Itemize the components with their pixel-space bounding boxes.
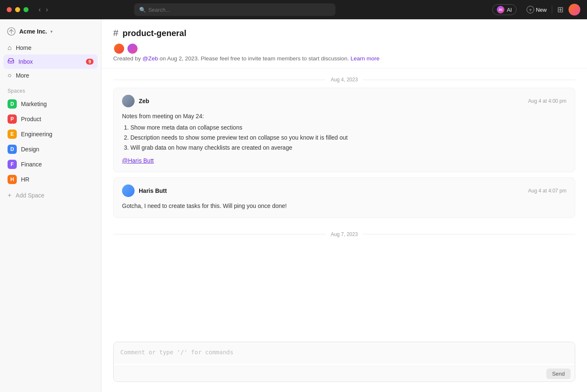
msg-mention-1[interactable]: @Haris Butt bbox=[122, 157, 154, 164]
hr-dot: H bbox=[8, 175, 17, 184]
date-divider-aug4: Aug 4, 2023 bbox=[113, 68, 575, 88]
date-divider-aug7: Aug 7, 2023 bbox=[113, 223, 575, 242]
channel-description: Created by @Zeb on Aug 2, 2023. Please f… bbox=[113, 55, 575, 63]
finance-label: Finance bbox=[21, 161, 42, 168]
msg-simple-2: Gotcha, I need to create tasks for this.… bbox=[122, 202, 287, 209]
topbar-right: + New ⊞ bbox=[527, 4, 580, 16]
msg-name-2: Haris Butt bbox=[139, 187, 167, 194]
product-dot: P bbox=[8, 114, 17, 124]
grid-icon[interactable]: ⊞ bbox=[557, 5, 564, 14]
forward-button[interactable]: › bbox=[44, 5, 49, 14]
inbox-badge: 9 bbox=[86, 59, 94, 65]
main-layout: Acme Inc. ▾ ⌂ Home Inbox 9 ○ More bbox=[0, 19, 587, 392]
date-label-aug7: Aug 7, 2023 bbox=[331, 231, 358, 237]
workspace-name: Acme Inc. bbox=[19, 28, 47, 35]
comment-actions: Send bbox=[114, 366, 575, 382]
content-area: # product-general Created by @Zeb on Aug… bbox=[101, 19, 587, 392]
msg-avatar-haris bbox=[122, 184, 135, 197]
hash-icon: # bbox=[113, 28, 118, 39]
topbar-divider bbox=[552, 5, 552, 14]
sidebar-item-engineering[interactable]: E Engineering bbox=[3, 127, 98, 142]
product-label: Product bbox=[21, 116, 41, 122]
add-space-label: Add Space bbox=[16, 192, 44, 199]
msg-intro-1: Notes from meeting on May 24: bbox=[122, 113, 204, 119]
search-icon: 🔍 bbox=[139, 7, 146, 13]
learn-more-link[interactable]: Learn more bbox=[351, 55, 379, 62]
sidebar-nav: ⌂ Home Inbox 9 ○ More bbox=[0, 41, 101, 82]
channel-header: # product-general Created by @Zeb on Aug… bbox=[101, 19, 587, 68]
sidebar-item-home-label: Home bbox=[16, 44, 31, 51]
finance-dot: F bbox=[8, 160, 17, 169]
message-header-2: Haris Butt Aug 4 at 4:07 pm bbox=[122, 184, 566, 197]
sidebar-item-finance[interactable]: F Finance bbox=[3, 157, 98, 172]
back-button[interactable]: ‹ bbox=[37, 5, 42, 14]
list-item: Will grab data on how many checklists ar… bbox=[130, 143, 566, 152]
msg-author-1: Zeb bbox=[122, 95, 149, 107]
marketing-label: Marketing bbox=[21, 101, 47, 107]
workspace-logo-icon bbox=[7, 27, 16, 36]
more-icon: ○ bbox=[8, 72, 12, 79]
msg-name-1: Zeb bbox=[139, 98, 149, 104]
nav-arrows: ‹ › bbox=[37, 5, 50, 14]
engineering-dot: E bbox=[8, 130, 17, 139]
sidebar-item-marketing[interactable]: D Marketing bbox=[3, 96, 98, 112]
hr-label: HR bbox=[21, 176, 29, 183]
spaces-header: Spaces bbox=[0, 82, 101, 96]
topbar: ‹ › 🔍 AI AI + New ⊞ bbox=[0, 0, 587, 19]
member-avatars bbox=[113, 43, 575, 55]
window-controls bbox=[7, 7, 29, 12]
home-icon: ⌂ bbox=[8, 44, 12, 52]
msg-body-1: Notes from meeting on May 24: Show more … bbox=[122, 112, 566, 165]
workspace-selector[interactable]: Acme Inc. ▾ bbox=[0, 24, 101, 41]
close-window-btn[interactable] bbox=[7, 7, 12, 12]
ai-label: AI bbox=[507, 7, 512, 13]
msg-author-2: Haris Butt bbox=[122, 184, 167, 197]
messages-area: Aug 4, 2023 Zeb Aug 4 at 4:00 pm Notes f… bbox=[101, 68, 587, 335]
design-dot: D bbox=[8, 145, 17, 154]
msg-time-2: Aug 4 at 4:07 pm bbox=[528, 188, 566, 194]
date-line-right-2 bbox=[363, 234, 575, 234]
sidebar-item-more-label: More bbox=[16, 72, 29, 79]
list-item: Show more meta data on collapse sections bbox=[130, 123, 566, 132]
date-line-left bbox=[113, 80, 326, 80]
new-button[interactable]: + New bbox=[527, 6, 547, 13]
new-plus-icon: + bbox=[527, 6, 534, 13]
comment-box: Send bbox=[113, 342, 575, 382]
channel-name: product-general bbox=[122, 29, 186, 38]
inbox-icon bbox=[8, 57, 14, 66]
new-label: New bbox=[536, 7, 547, 13]
msg-avatar-zeb bbox=[122, 95, 135, 107]
sidebar: Acme Inc. ▾ ⌂ Home Inbox 9 ○ More bbox=[0, 19, 101, 392]
message-card-2: Haris Butt Aug 4 at 4:07 pm Gotcha, I ne… bbox=[113, 177, 575, 218]
marketing-dot: D bbox=[8, 99, 17, 109]
search-bar[interactable]: 🔍 bbox=[134, 3, 335, 16]
user-avatar[interactable] bbox=[569, 4, 580, 16]
sidebar-item-home[interactable]: ⌂ Home bbox=[3, 41, 98, 55]
add-space-button[interactable]: + Add Space bbox=[0, 189, 101, 202]
sidebar-item-inbox-label: Inbox bbox=[18, 58, 33, 65]
maximize-window-btn[interactable] bbox=[23, 7, 29, 12]
channel-title-row: # product-general bbox=[113, 28, 575, 39]
ai-button[interactable]: AI AI bbox=[492, 4, 517, 15]
ai-icon: AI bbox=[497, 6, 504, 13]
channel-creator-mention[interactable]: @Zeb bbox=[143, 55, 158, 62]
minimize-window-btn[interactable] bbox=[15, 7, 20, 12]
send-button[interactable]: Send bbox=[546, 369, 571, 379]
sidebar-item-inbox[interactable]: Inbox 9 bbox=[3, 55, 98, 69]
sidebar-item-design[interactable]: D Design bbox=[3, 142, 98, 157]
workspace-chevron-icon: ▾ bbox=[50, 29, 53, 34]
msg-body-2: Gotcha, I need to create tasks for this.… bbox=[122, 201, 566, 210]
member-avatar-2 bbox=[127, 43, 138, 55]
sidebar-item-product[interactable]: P Product bbox=[3, 112, 98, 127]
date-line-left-2 bbox=[113, 234, 326, 234]
design-label: Design bbox=[21, 146, 39, 153]
add-space-plus-icon: + bbox=[8, 192, 11, 199]
message-header-1: Zeb Aug 4 at 4:00 pm bbox=[122, 95, 566, 107]
comment-input[interactable] bbox=[114, 342, 575, 364]
sidebar-item-more[interactable]: ○ More bbox=[3, 69, 98, 82]
date-label-aug4: Aug 4, 2023 bbox=[331, 77, 358, 83]
search-input[interactable] bbox=[148, 7, 330, 13]
msg-time-1: Aug 4 at 4:00 pm bbox=[528, 98, 566, 104]
engineering-label: Engineering bbox=[21, 131, 52, 138]
sidebar-item-hr[interactable]: H HR bbox=[3, 172, 98, 187]
